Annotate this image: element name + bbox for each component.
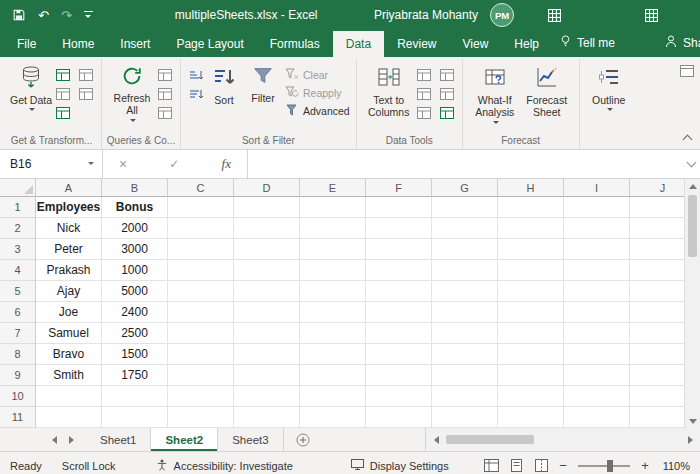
outline-button[interactable]: Outline [586, 61, 632, 135]
tab-insert[interactable]: Insert [107, 31, 163, 57]
cell-C10[interactable] [168, 386, 234, 407]
row-header-4[interactable]: 4 [0, 260, 36, 281]
cell-C4[interactable] [168, 260, 234, 281]
cell-E2[interactable] [300, 218, 366, 239]
column-header-G[interactable]: G [432, 179, 498, 197]
tab-file[interactable]: File [4, 31, 49, 57]
cell-B3[interactable]: 3000 [102, 239, 168, 260]
cell-D7[interactable] [234, 323, 300, 344]
cell-F1[interactable] [366, 197, 432, 218]
text-to-columns-button[interactable]: Text to Columns [363, 61, 415, 135]
cell-I10[interactable] [564, 386, 630, 407]
name-box-caret-icon[interactable] [88, 162, 94, 168]
cell-F8[interactable] [366, 344, 432, 365]
row-header-10[interactable]: 10 [0, 386, 36, 407]
user-name[interactable]: Priyabrata Mohanty [374, 8, 478, 22]
cell-C1[interactable] [168, 197, 234, 218]
cell-F9[interactable] [366, 365, 432, 386]
formula-input[interactable] [248, 150, 682, 178]
collapse-ribbon-icon[interactable] [683, 135, 693, 145]
cell-G2[interactable] [432, 218, 498, 239]
cell-H1[interactable] [498, 197, 564, 218]
scroll-left-icon[interactable] [429, 436, 443, 444]
tab-home[interactable]: Home [49, 31, 107, 57]
cell-D11[interactable] [234, 407, 300, 428]
from-text-csv-icon[interactable] [54, 67, 72, 83]
cell-E8[interactable] [300, 344, 366, 365]
name-box[interactable]: B16 [0, 150, 103, 178]
cell-I8[interactable] [564, 344, 630, 365]
redo-icon[interactable]: ↷ [61, 9, 72, 22]
undo-icon[interactable]: ↶ [38, 9, 49, 22]
cell-I2[interactable] [564, 218, 630, 239]
what-if-analysis-button[interactable]: What-If Analysis [469, 61, 521, 135]
apps-grid-icon[interactable] [548, 9, 561, 22]
column-header-D[interactable]: D [234, 179, 300, 197]
column-header-A[interactable]: A [36, 179, 102, 197]
reapply-filter-button[interactable]: Reapply [285, 86, 350, 100]
cell-H2[interactable] [498, 218, 564, 239]
cell-B5[interactable]: 5000 [102, 281, 168, 302]
accessibility-status-button[interactable]: Accessibility: Investigate [156, 459, 293, 473]
zoom-level[interactable]: 110% [658, 460, 690, 472]
cell-D10[interactable] [234, 386, 300, 407]
row-header-11[interactable]: 11 [0, 407, 36, 428]
row-header-1[interactable]: 1 [0, 197, 36, 218]
data-validation-icon[interactable] [415, 105, 433, 121]
share-button[interactable]: Share [657, 29, 700, 57]
zoom-in-button[interactable]: + [639, 458, 651, 473]
insert-function-icon[interactable]: fx [222, 156, 231, 172]
cell-C5[interactable] [168, 281, 234, 302]
user-avatar[interactable]: PM [490, 3, 514, 27]
tell-me-button[interactable]: Tell me [552, 28, 623, 57]
consolidate-icon[interactable] [438, 67, 456, 83]
cell-G9[interactable] [432, 365, 498, 386]
cell-C2[interactable] [168, 218, 234, 239]
cell-D1[interactable] [234, 197, 300, 218]
cell-H9[interactable] [498, 365, 564, 386]
row-header-9[interactable]: 9 [0, 365, 36, 386]
cell-D9[interactable] [234, 365, 300, 386]
cell-B10[interactable] [102, 386, 168, 407]
row-header-5[interactable]: 5 [0, 281, 36, 302]
horizontal-scroll-thumb[interactable] [446, 435, 534, 444]
cell-H5[interactable] [498, 281, 564, 302]
cell-I4[interactable] [564, 260, 630, 281]
cell-H4[interactable] [498, 260, 564, 281]
cell-G4[interactable] [432, 260, 498, 281]
cell-E1[interactable] [300, 197, 366, 218]
column-header-B[interactable]: B [102, 179, 168, 197]
tab-formulas[interactable]: Formulas [257, 31, 333, 57]
clear-filter-button[interactable]: Clear [285, 68, 350, 82]
cell-I11[interactable] [564, 407, 630, 428]
cell-A4[interactable]: Prakash [36, 260, 102, 281]
cell-E6[interactable] [300, 302, 366, 323]
zoom-slider[interactable] [578, 465, 630, 467]
cell-B6[interactable]: 2400 [102, 302, 168, 323]
zoom-slider-thumb[interactable] [607, 460, 613, 472]
scroll-up-icon[interactable] [685, 179, 700, 193]
sort-ascending-icon[interactable] [187, 67, 205, 83]
row-header-3[interactable]: 3 [0, 239, 36, 260]
from-table-range-icon[interactable] [54, 105, 72, 121]
remove-duplicates-icon[interactable] [415, 86, 433, 102]
cell-G7[interactable] [432, 323, 498, 344]
cell-B4[interactable]: 1000 [102, 260, 168, 281]
tab-help[interactable]: Help [501, 31, 552, 57]
filter-button[interactable]: Filter [243, 61, 283, 135]
cell-I6[interactable] [564, 302, 630, 323]
existing-connections-icon[interactable] [77, 86, 95, 102]
ribbon-display-options-icon[interactable] [680, 65, 694, 80]
formula-bar-expand-button[interactable] [682, 150, 700, 178]
cell-F3[interactable] [366, 239, 432, 260]
row-header-7[interactable]: 7 [0, 323, 36, 344]
cell-G8[interactable] [432, 344, 498, 365]
cell-B9[interactable]: 1750 [102, 365, 168, 386]
cell-B1[interactable]: Bonus [102, 197, 168, 218]
advanced-filter-button[interactable]: Advanced [285, 104, 350, 118]
cell-I5[interactable] [564, 281, 630, 302]
cell-E4[interactable] [300, 260, 366, 281]
tab-page-layout[interactable]: Page Layout [163, 31, 256, 57]
cell-F2[interactable] [366, 218, 432, 239]
cell-F11[interactable] [366, 407, 432, 428]
